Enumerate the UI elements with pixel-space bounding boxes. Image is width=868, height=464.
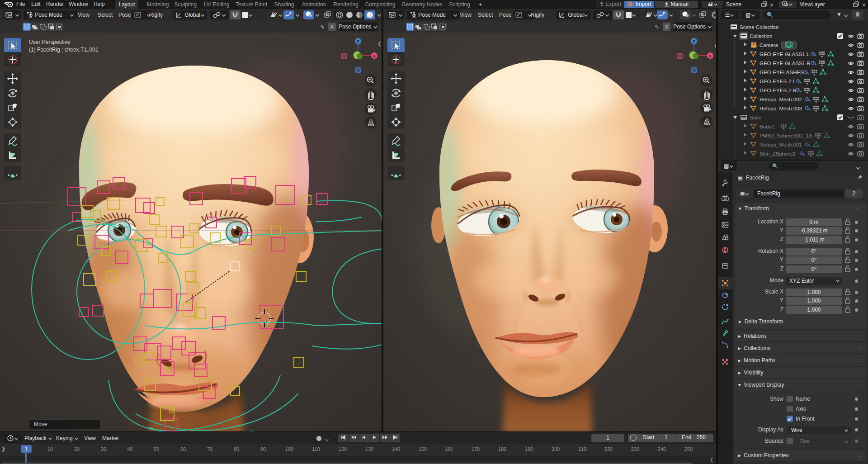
svg-text:X: X bbox=[373, 54, 376, 58]
svg-text:X: X bbox=[709, 54, 712, 58]
svg-text:Z: Z bbox=[693, 39, 695, 44]
svg-text:❮: ❮ bbox=[377, 41, 382, 47]
svg-text:Z: Z bbox=[357, 39, 359, 44]
svg-text:❮: ❮ bbox=[714, 43, 716, 48]
